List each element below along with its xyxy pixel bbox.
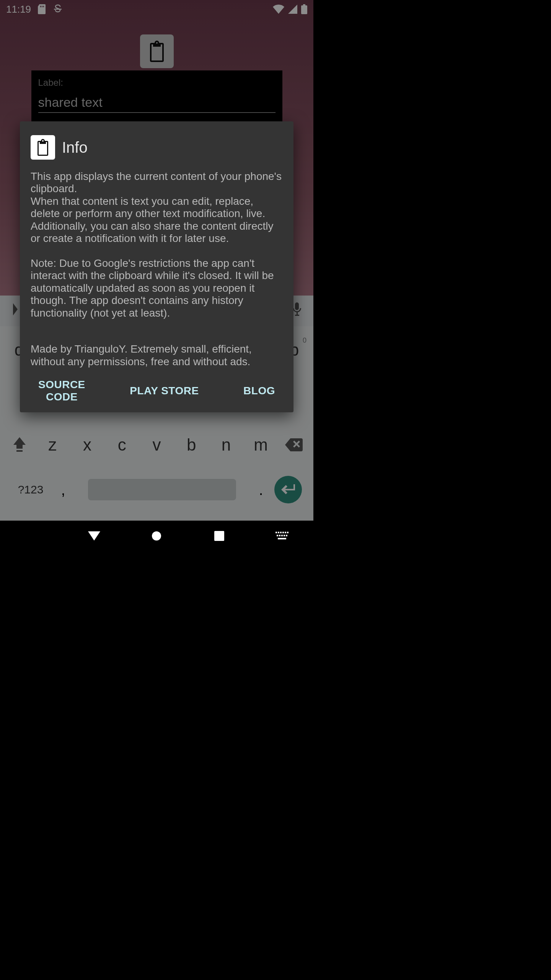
play-store-button[interactable]: PLAY STORE bbox=[130, 385, 199, 397]
dialog-paragraph-2: Note: Due to Google's restrictions the a… bbox=[31, 257, 283, 319]
svg-rect-10 bbox=[279, 535, 280, 536]
navigation-bar bbox=[0, 521, 313, 551]
dialog-title: Info bbox=[62, 139, 88, 156]
svg-rect-5 bbox=[280, 532, 282, 533]
source-code-button[interactable]: SOURCE CODE bbox=[38, 379, 85, 403]
svg-rect-13 bbox=[286, 535, 287, 536]
svg-rect-3 bbox=[276, 532, 277, 533]
nav-back-button[interactable] bbox=[83, 524, 106, 547]
dialog-paragraph-3: Made by TrianguloY. Extremely small, eff… bbox=[31, 343, 283, 368]
info-dialog: Info This app displays the current conte… bbox=[20, 121, 293, 412]
nav-recents-button[interactable] bbox=[208, 524, 231, 547]
svg-rect-8 bbox=[287, 532, 289, 533]
dialog-paragraph-1: This app displays the current content of… bbox=[31, 170, 283, 245]
svg-point-1 bbox=[152, 531, 161, 541]
nav-keyboard-switch-button[interactable] bbox=[271, 524, 293, 547]
svg-rect-2 bbox=[214, 531, 224, 541]
svg-rect-6 bbox=[282, 532, 284, 533]
svg-rect-11 bbox=[281, 535, 283, 536]
svg-rect-12 bbox=[284, 535, 285, 536]
svg-rect-4 bbox=[278, 532, 279, 533]
nav-home-button[interactable] bbox=[145, 524, 168, 547]
blog-button[interactable]: BLOG bbox=[243, 385, 275, 397]
svg-rect-14 bbox=[278, 538, 286, 539]
svg-rect-7 bbox=[285, 532, 286, 533]
svg-rect-9 bbox=[277, 535, 278, 536]
clipboard-icon bbox=[31, 135, 55, 160]
